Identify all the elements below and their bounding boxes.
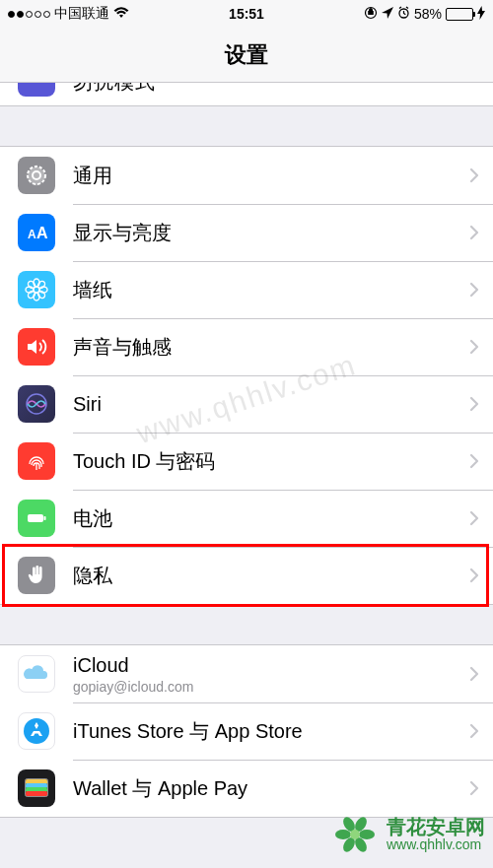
svg-point-29: [350, 830, 360, 839]
row-text: iCloudgopiay@icloud.com: [73, 654, 469, 695]
settings-row-itunes[interactable]: iTunes Store 与 App Store: [0, 702, 493, 760]
flower-icon: [18, 271, 55, 308]
settings-row-display[interactable]: AA显示与亮度: [0, 204, 493, 261]
moon-icon: [18, 83, 55, 97]
text-size-icon: AA: [18, 214, 55, 251]
carrier-label: 中国联通: [54, 5, 109, 23]
nav-bar: 设置: [0, 28, 493, 83]
row-label: iCloud: [73, 654, 469, 677]
location-icon: [382, 6, 393, 22]
chevron-right-icon: [469, 660, 479, 688]
orientation-lock-icon: [364, 6, 378, 23]
status-left: 中国联通: [8, 5, 129, 23]
battery-icon: [18, 500, 55, 537]
chevron-right-icon: [469, 276, 479, 303]
settings-row-battery[interactable]: 电池: [0, 490, 493, 547]
settings-row-sounds[interactable]: 声音与触感: [0, 318, 493, 375]
svg-point-23: [359, 830, 375, 839]
charging-icon: [477, 6, 485, 23]
row-text: 通用: [73, 163, 469, 189]
chevron-right-icon: [469, 162, 479, 189]
row-label: 墙纸: [73, 277, 469, 303]
settings-group-general: 通用AA显示与亮度墙纸声音与触感SiriTouch ID 与密码电池隐私: [0, 146, 493, 605]
alarm-icon: [397, 6, 410, 22]
svg-point-26: [335, 830, 351, 839]
page-title: 设置: [225, 40, 268, 70]
row-label: Siri: [73, 393, 469, 416]
battery-icon: [446, 8, 473, 21]
chevron-right-icon: [469, 504, 479, 532]
row-sublabel: gopiay@icloud.com: [73, 679, 469, 695]
speaker-icon: [18, 328, 55, 366]
row-label: 显示与亮度: [73, 220, 469, 246]
row-label: 声音与触感: [73, 334, 469, 361]
svg-point-10: [36, 280, 46, 290]
chevron-right-icon: [469, 390, 479, 418]
chevron-right-icon: [469, 219, 479, 246]
chevron-right-icon: [469, 717, 479, 745]
row-label: 勿扰模式: [73, 83, 156, 96]
row-text: Touch ID 与密码: [73, 448, 469, 475]
brand-overlay: 青花安卓网 www.qhhlv.com: [329, 809, 485, 860]
brand-url: www.qhhlv.com: [387, 837, 485, 852]
svg-point-11: [27, 290, 36, 300]
gear-icon: [18, 157, 55, 194]
svg-text:A: A: [28, 228, 36, 241]
settings-row-siri[interactable]: Siri: [0, 375, 493, 433]
svg-rect-15: [28, 514, 43, 522]
row-text: 显示与亮度: [73, 220, 469, 246]
siri-icon: [18, 385, 55, 423]
chevron-right-icon: [469, 333, 479, 361]
battery-percent: 58%: [414, 6, 442, 22]
settings-group-accounts: iCloudgopiay@icloud.comiTunes Store 与 Ap…: [0, 644, 493, 818]
svg-point-12: [27, 280, 36, 290]
row-text: iTunes Store 与 App Store: [73, 718, 469, 745]
chevron-right-icon: [469, 562, 479, 589]
wallet-icon: [18, 769, 55, 807]
brand-logo-icon: [329, 809, 381, 860]
row-label: 电池: [73, 505, 469, 532]
hand-icon: [18, 557, 55, 594]
cloud-icon: [18, 655, 55, 693]
row-text: Wallet 与 Apple Pay: [73, 775, 469, 802]
svg-rect-21: [26, 791, 47, 796]
row-text: Siri: [73, 393, 469, 416]
wifi-icon: [113, 6, 129, 22]
row-label: Touch ID 与密码: [73, 448, 469, 475]
row-label: Wallet 与 Apple Pay: [73, 775, 469, 802]
svg-text:A: A: [36, 225, 48, 241]
row-label: 隐私: [73, 563, 469, 589]
chevron-right-icon: [469, 774, 479, 802]
row-text: 墙纸: [73, 277, 469, 303]
settings-row-wallpaper[interactable]: 墙纸: [0, 261, 493, 318]
chevron-right-icon: [469, 447, 479, 475]
clock: 15:51: [229, 6, 264, 22]
row-label: iTunes Store 与 App Store: [73, 718, 469, 745]
signal-strength-icon: [8, 11, 50, 18]
settings-row-icloud[interactable]: iCloudgopiay@icloud.com: [0, 645, 493, 702]
settings-row-general[interactable]: 通用: [0, 147, 493, 204]
settings-row-dnd[interactable]: 勿扰模式: [0, 83, 493, 106]
row-text: 声音与触感: [73, 334, 469, 361]
row-label: 通用: [73, 163, 469, 189]
row-text: 隐私: [73, 563, 469, 589]
fingerprint-icon: [18, 442, 55, 480]
status-bar: 中国联通 15:51 58%: [0, 0, 493, 28]
status-right: 58%: [364, 6, 485, 23]
settings-row-privacy[interactable]: 隐私: [0, 547, 493, 604]
row-text: 电池: [73, 505, 469, 532]
settings-row-touchid[interactable]: Touch ID 与密码: [0, 433, 493, 490]
svg-point-13: [36, 290, 46, 300]
brand-title: 青花安卓网: [387, 816, 485, 837]
svg-rect-16: [44, 516, 46, 520]
appstore-icon: [18, 712, 55, 750]
